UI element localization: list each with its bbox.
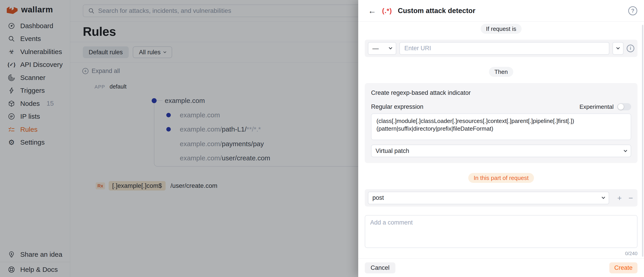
- remove-part-button[interactable]: −: [628, 194, 633, 202]
- condition-operator-select[interactable]: —: [368, 42, 396, 55]
- condition-row: — i: [365, 40, 638, 57]
- toggle-knob: [618, 104, 624, 110]
- regex-rule-icon: (.*): [382, 7, 392, 15]
- uri-options-button[interactable]: [612, 42, 624, 55]
- experimental-label: Experimental: [580, 103, 614, 110]
- regex-label-row: Regular expression Experimental: [371, 103, 631, 110]
- action-select[interactable]: Virtual patch: [371, 145, 631, 157]
- experimental-control: Experimental: [580, 103, 631, 110]
- then-pill: Then: [489, 67, 513, 77]
- chevron-down-icon: [624, 148, 627, 152]
- regexp-indicator-card: Create regexp-based attack indicator Reg…: [365, 83, 638, 163]
- request-part-row: post + −: [365, 189, 638, 206]
- request-part-value: post: [372, 194, 602, 201]
- chevron-down-icon: [389, 46, 392, 50]
- uri-input[interactable]: [400, 42, 609, 55]
- panel-title: Custom attack detector: [398, 7, 476, 15]
- chevron-down-icon: [616, 46, 620, 50]
- comment-counter: 0/240: [365, 251, 638, 256]
- action-value: Virtual patch: [376, 148, 624, 154]
- info-icon[interactable]: i: [627, 45, 634, 52]
- custom-attack-detector-panel: ← (.*) Custom attack detector ? If reque…: [358, 0, 644, 277]
- panel-footer: Cancel Create: [358, 258, 644, 277]
- help-icon[interactable]: ?: [628, 6, 637, 15]
- panel-scrollbar[interactable]: [642, 25, 643, 257]
- comment-input[interactable]: [365, 215, 638, 248]
- add-part-button[interactable]: +: [617, 194, 622, 202]
- panel-header: ← (.*) Custom attack detector ?: [358, 0, 644, 22]
- indicator-heading: Create regexp-based attack indicator: [371, 89, 631, 96]
- back-arrow-button[interactable]: ←: [368, 7, 376, 15]
- if-request-is-pill: If request is: [481, 24, 522, 34]
- regex-input[interactable]: (class[.]module[.]classLoader[.]resource…: [371, 114, 631, 140]
- regex-label: Regular expression: [371, 103, 424, 110]
- experimental-toggle[interactable]: [617, 103, 631, 110]
- in-this-part-of-request-pill: In this part of request: [468, 173, 534, 183]
- modal-dim-overlay: [0, 0, 358, 277]
- cancel-button[interactable]: Cancel: [365, 262, 395, 273]
- request-part-select[interactable]: post: [368, 192, 609, 204]
- panel-body: If request is — i Then Create regexp-bas…: [358, 22, 644, 258]
- chevron-down-icon: [602, 195, 605, 199]
- create-button[interactable]: Create: [609, 262, 638, 273]
- operator-value: —: [372, 45, 389, 52]
